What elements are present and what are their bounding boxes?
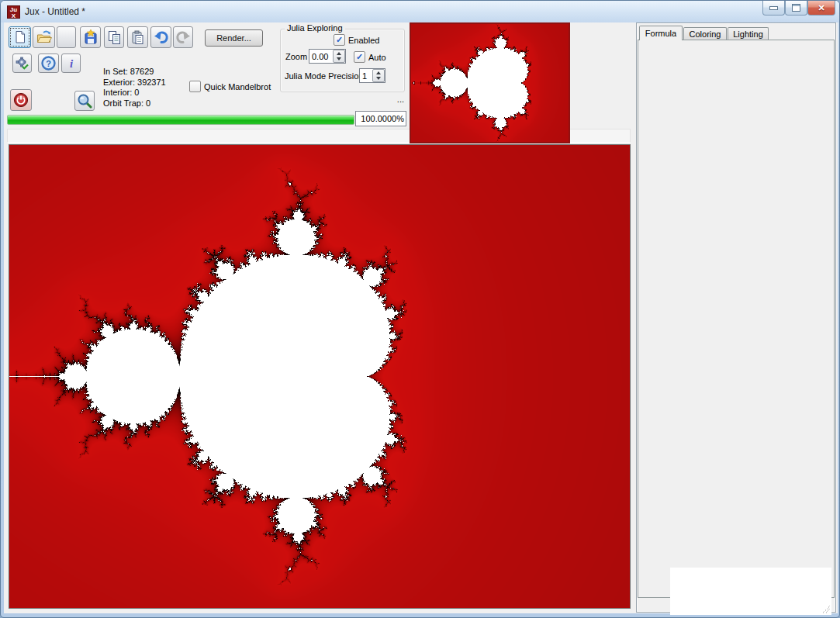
tab-formula[interactable]: Formula: [639, 26, 683, 40]
julia-enabled-checkbox[interactable]: ✓ Enabled: [334, 34, 379, 46]
julia-zoom-label: Zoom: [285, 52, 307, 61]
paste-icon: [130, 30, 145, 45]
fractal-view-frame: [9, 144, 631, 609]
copy-icon: [107, 30, 122, 45]
fractal-view-canvas[interactable]: [9, 145, 630, 608]
julia-auto-label: Auto: [368, 53, 386, 62]
checkbox-icon: ✓: [334, 34, 345, 46]
julia-precision-label: Julia Mode Precision: [285, 71, 364, 81]
open-file-button[interactable]: [33, 26, 55, 48]
resize-grip-icon[interactable]: [822, 606, 830, 613]
more-label: ...: [365, 95, 404, 104]
julia-zoom-spinner[interactable]: [333, 50, 345, 63]
window-title: Jux - Untitled *: [25, 6, 85, 17]
close-button[interactable]: ✕: [807, 1, 835, 16]
checkbox-icon: ✓: [354, 51, 365, 63]
julia-precision-value: 1: [360, 69, 372, 82]
progress-percent: 100.0000%: [355, 111, 406, 126]
open-folder-icon: [36, 30, 52, 44]
render-statistics: In Set: 87629 Exterior: 392371 Interior:…: [103, 67, 192, 109]
redo-icon: [175, 30, 191, 44]
help-button[interactable]: ?: [38, 54, 59, 73]
magnifier-icon: [77, 93, 92, 109]
tab-formula-label: Formula: [645, 29, 676, 38]
tab-lighting[interactable]: Lighting: [728, 27, 769, 40]
julia-auto-checkbox[interactable]: ✓ Auto: [354, 51, 386, 63]
julia-enabled-label: Enabled: [348, 36, 379, 45]
julia-exploring-title: Julia Exploring: [285, 23, 345, 33]
render-button[interactable]: Render...: [205, 29, 263, 47]
save-icon: [83, 29, 99, 45]
new-document-icon: [13, 30, 27, 44]
julia-preview-canvas[interactable]: [411, 24, 569, 142]
spin-down-icon[interactable]: [337, 57, 341, 60]
checkbox-icon: ✓: [189, 81, 201, 92]
spin-up-icon[interactable]: [376, 71, 381, 74]
settings-button[interactable]: [12, 54, 32, 73]
formula-tab-page: [638, 40, 835, 598]
stat-orbit-trap: Orbit Trap: 0: [103, 98, 192, 109]
julia-preview-frame: [410, 22, 570, 143]
spin-up-icon[interactable]: [337, 52, 341, 55]
undo-icon: [154, 30, 169, 44]
redo-button[interactable]: [173, 26, 193, 48]
stat-interior: Interior: 0: [103, 88, 192, 98]
close-icon: ✕: [818, 4, 824, 12]
app-icon-text-bottom: X: [8, 13, 19, 19]
paste-button[interactable]: [127, 26, 148, 48]
maximize-icon: [792, 4, 800, 12]
title-bar[interactable]: Ju X Jux - Untitled *: [1, 1, 839, 22]
svg-text:?: ?: [46, 59, 51, 68]
render-button-label: Render...: [216, 33, 251, 43]
svg-text:i: i: [69, 57, 73, 70]
progress-bar: [7, 115, 354, 125]
quick-mandelbrot-checkbox[interactable]: ✓ Quick Mandelbrot: [189, 81, 271, 92]
stat-in-set: In Set: 87629: [103, 67, 192, 78]
progress-percent-value: 100.0000%: [361, 114, 404, 123]
spin-down-icon[interactable]: [376, 77, 381, 80]
copy-button[interactable]: [104, 26, 124, 48]
undo-button[interactable]: [150, 26, 171, 48]
zoom-tool-button[interactable]: [74, 91, 95, 111]
power-icon: [13, 92, 29, 108]
minimize-button[interactable]: [762, 1, 785, 16]
info-icon: i: [66, 56, 77, 71]
help-icon: ?: [41, 56, 56, 71]
tab-lighting-label: Lighting: [733, 29, 763, 39]
julia-zoom-value: 0.00: [309, 50, 333, 63]
quick-mandelbrot-label: Quick Mandelbrot: [204, 82, 271, 91]
new-document-button[interactable]: [9, 26, 31, 48]
about-button[interactable]: i: [61, 54, 81, 73]
app-window: Ju X Jux - Untitled * ✕: [0, 0, 840, 618]
overlay-box: [670, 568, 831, 615]
app-icon: Ju X: [7, 5, 20, 19]
julia-precision-field[interactable]: 1: [359, 68, 385, 83]
blank-toolbar-button[interactable]: [57, 26, 76, 48]
tab-coloring[interactable]: Coloring: [683, 27, 727, 40]
gear-icon: [16, 57, 29, 71]
minimize-icon: [769, 6, 778, 10]
julia-zoom-field[interactable]: 0.00: [309, 49, 346, 64]
julia-precision-spinner[interactable]: [372, 69, 385, 82]
stop-render-button[interactable]: [10, 89, 32, 111]
maximize-button[interactable]: [785, 1, 807, 16]
tab-coloring-label: Coloring: [690, 29, 721, 39]
stat-exterior: Exterior: 392371: [103, 78, 192, 88]
save-button[interactable]: [80, 26, 101, 48]
